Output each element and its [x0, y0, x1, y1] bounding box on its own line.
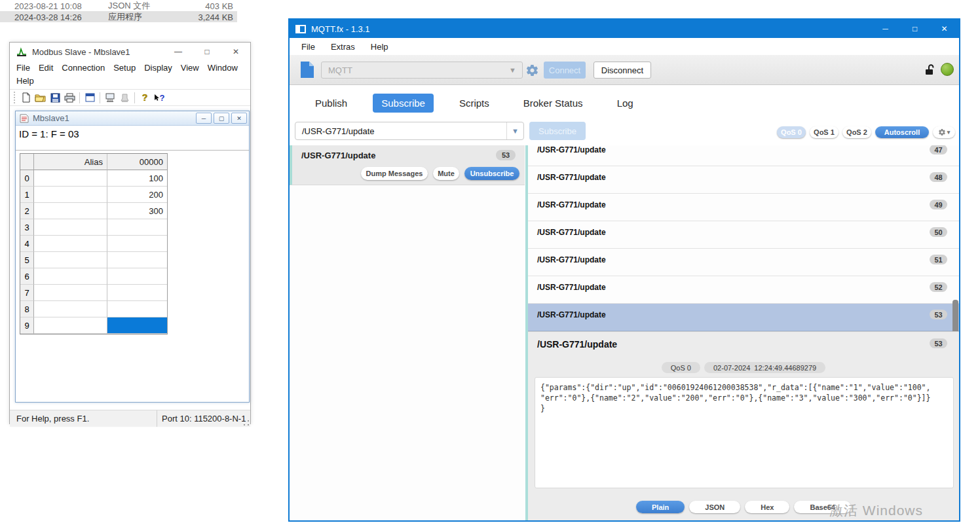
connection-setup-icon[interactable] [103, 91, 117, 104]
child-minimize-button[interactable]: ─ [196, 113, 212, 124]
dump-messages-button[interactable]: Dump Messages [361, 167, 428, 180]
unsubscribe-button[interactable]: Unsubscribe [464, 167, 519, 180]
value-cell[interactable] [107, 285, 167, 301]
qos-toggle[interactable]: QoS 0 [777, 126, 806, 138]
save-icon[interactable] [48, 91, 62, 104]
qos-toggle[interactable]: QoS 2 [842, 126, 871, 138]
mbslave1-titlebar[interactable]: Mbslave1 ─ ▢ ✕ [16, 111, 249, 126]
row-number-cell[interactable]: 7 [20, 285, 34, 301]
connection-profile-select[interactable]: MQTT ▼ [321, 62, 523, 79]
main-tab[interactable]: Log [609, 94, 642, 113]
value-header-cell[interactable]: 00000 [107, 154, 167, 170]
mqttfx-menu-item[interactable]: Extras [331, 42, 355, 52]
modbus-menu-item[interactable]: Window [208, 62, 238, 75]
message-row[interactable]: /USR-G771/update 53 [528, 304, 959, 331]
open-folder-icon[interactable] [33, 91, 48, 104]
file-row[interactable]: 2024-03-28 14:26 应用程序 3,244 KB [0, 11, 237, 22]
message-row[interactable]: /USR-G771/update 47 [528, 145, 959, 166]
value-cell[interactable] [107, 317, 167, 334]
mqttfx-maximize-button[interactable]: □ [900, 20, 930, 38]
message-row[interactable]: /USR-G771/update 49 [528, 194, 959, 221]
row-number-cell[interactable]: 4 [20, 236, 34, 252]
payload-format-toggle[interactable]: Hex [745, 501, 789, 513]
alias-cell[interactable] [34, 187, 107, 203]
modbus-menu-item[interactable]: View [181, 62, 199, 75]
mqttfx-titlebar[interactable]: MQTT.fx - 1.3.1 ─ □ ✕ [290, 20, 959, 38]
main-tab[interactable]: Subscribe [373, 94, 434, 113]
alias-cell[interactable] [34, 219, 107, 236]
mqttfx-minimize-button[interactable]: ─ [871, 20, 900, 38]
message-row[interactable]: /USR-G771/update 48 [528, 166, 959, 194]
alias-cell[interactable] [34, 236, 107, 252]
row-number-cell[interactable]: 0 [20, 170, 34, 187]
subscribe-button[interactable]: Subscribe [529, 122, 586, 140]
toolbar-grip[interactable] [14, 92, 16, 103]
alias-cell[interactable] [34, 203, 107, 219]
payload-format-toggle[interactable]: JSON [689, 501, 740, 513]
autoscroll-toggle[interactable]: Autoscroll [875, 126, 929, 138]
row-number-cell[interactable]: 2 [20, 203, 34, 219]
alias-header-cell[interactable]: Alias [34, 154, 107, 170]
help-icon[interactable]: ? [138, 91, 152, 104]
resize-grip[interactable] [243, 420, 250, 426]
alias-cell[interactable] [34, 301, 107, 317]
main-tab[interactable]: Publish [307, 94, 356, 113]
profile-file-icon[interactable] [300, 61, 314, 79]
message-row[interactable]: /USR-G771/update 50 [528, 221, 959, 249]
message-list[interactable]: /USR-G771/update 47 /USR-G771/update 48 … [528, 145, 959, 331]
modbus-menu-item[interactable]: Edit [39, 62, 53, 75]
new-file-icon[interactable] [19, 91, 33, 104]
mqttfx-close-button[interactable]: ✕ [930, 20, 959, 38]
mute-button[interactable]: Mute [433, 167, 459, 180]
value-cell[interactable] [107, 236, 167, 252]
display-setup-icon[interactable] [83, 91, 97, 104]
connection-settings-gear-icon[interactable] [525, 63, 539, 77]
alias-cell[interactable] [34, 170, 107, 187]
subscription-settings-button[interactable]: ▾ [933, 126, 955, 138]
message-row[interactable]: /USR-G771/update 52 [528, 276, 959, 304]
value-cell[interactable]: 200 [107, 187, 167, 203]
value-cell[interactable] [107, 252, 167, 268]
payload-format-toggle[interactable]: Plain [636, 501, 685, 513]
alias-cell[interactable] [34, 285, 107, 301]
row-number-cell[interactable]: 5 [20, 252, 34, 268]
value-cell[interactable] [107, 268, 167, 285]
modbus-titlebar[interactable]: Modbus Slave - Mbslave1 — □ ✕ [10, 43, 250, 61]
child-restore-button[interactable]: ▢ [214, 113, 229, 124]
modbus-menu-item[interactable]: Connection [62, 62, 105, 75]
topic-combobox[interactable]: /USR-G771/update ▼ [295, 122, 524, 140]
chevron-down-icon[interactable]: ▼ [506, 122, 523, 139]
context-help-icon[interactable]: ? [152, 91, 166, 104]
value-cell[interactable] [107, 301, 167, 317]
modbus-menu-item[interactable]: Help [16, 75, 34, 88]
alias-cell[interactable] [34, 268, 107, 285]
row-number-cell[interactable]: 9 [20, 317, 34, 334]
row-number-cell[interactable]: 1 [20, 187, 34, 203]
message-row[interactable]: /USR-G771/update 51 [528, 249, 959, 276]
mqttfx-menu-item[interactable]: Help [371, 42, 388, 52]
row-number-cell[interactable]: 6 [20, 268, 34, 285]
modbus-minimize-button[interactable]: — [164, 43, 193, 61]
child-close-button[interactable]: ✕ [231, 113, 247, 124]
file-row[interactable]: 2023-08-21 10:08 JSON 文件 403 KB [0, 0, 237, 11]
qos-toggle[interactable]: QoS 1 [810, 126, 839, 138]
alias-cell[interactable] [34, 317, 107, 334]
modbus-maximize-button[interactable]: □ [193, 43, 221, 61]
value-cell[interactable]: 300 [107, 203, 167, 219]
payload-viewer[interactable]: {"params":{"dir":"up","id":"006019240612… [535, 377, 954, 488]
print-icon[interactable] [62, 91, 77, 104]
main-tab[interactable]: Scripts [451, 94, 498, 113]
alias-cell[interactable] [34, 252, 107, 268]
row-number-cell[interactable]: 3 [20, 219, 34, 236]
connect-button[interactable]: Connect [544, 62, 586, 79]
subscription-item[interactable]: /USR-G771/update 53 Dump Messages Mute U… [290, 145, 525, 185]
modbus-menu-item[interactable]: Display [144, 62, 172, 75]
value-cell[interactable] [107, 219, 167, 236]
modbus-close-button[interactable]: ✕ [221, 43, 250, 61]
disconnect-button[interactable]: Disconnect [594, 62, 651, 79]
main-tab[interactable]: Broker Status [515, 94, 592, 113]
modbus-menu-item[interactable]: Setup [113, 62, 136, 75]
modbus-menu-item[interactable]: File [16, 62, 30, 75]
row-number-cell[interactable]: 8 [20, 301, 34, 317]
mqttfx-menu-item[interactable]: File [301, 42, 315, 52]
